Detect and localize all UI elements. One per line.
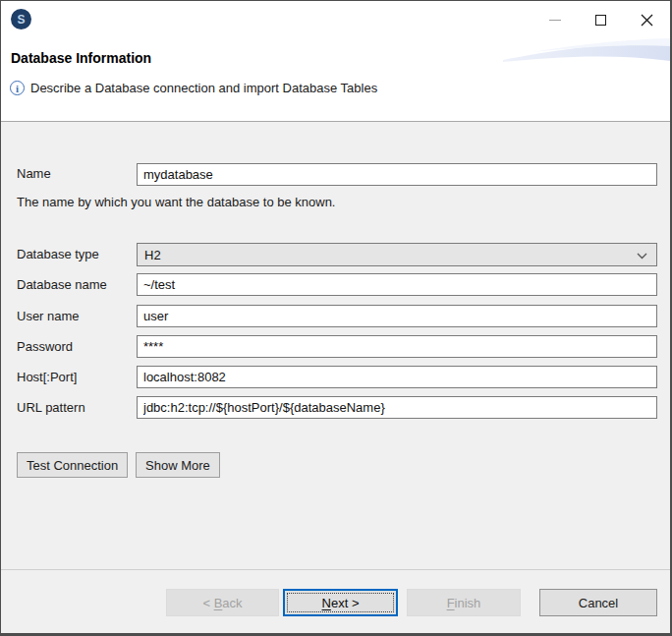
- database-type-select[interactable]: H2: [137, 243, 657, 266]
- user-name-label: User name: [17, 309, 80, 323]
- cancel-label: Cancel: [579, 596, 618, 610]
- wizard-banner: Database Information Describe a Database…: [1, 38, 670, 121]
- next-button[interactable]: Next >: [283, 589, 398, 616]
- show-more-button[interactable]: Show More: [136, 452, 220, 478]
- maximize-icon: [595, 15, 606, 26]
- banner-swoosh-decoration: [503, 38, 670, 66]
- password-input[interactable]: [137, 335, 657, 358]
- info-icon: [10, 81, 25, 95]
- password-label: Password: [17, 339, 73, 354]
- window-controls: [532, 1, 670, 38]
- database-type-value: H2: [144, 248, 161, 262]
- test-connection-button[interactable]: Test Connection: [17, 452, 128, 478]
- cancel-button[interactable]: Cancel: [539, 589, 657, 616]
- url-pattern-label: URL pattern: [17, 400, 85, 415]
- database-name-label: Database name: [17, 277, 107, 292]
- close-button[interactable]: [624, 1, 670, 38]
- finish-button[interactable]: Finish: [407, 589, 521, 616]
- page-title: Database Information: [11, 50, 151, 66]
- url-pattern-input[interactable]: [137, 396, 657, 419]
- database-name-input[interactable]: [137, 273, 657, 296]
- back-label: < Back: [202, 596, 242, 610]
- maximize-button[interactable]: [578, 1, 624, 38]
- form-area: Name The name by which you want the data…: [1, 122, 670, 569]
- app-logo-icon: S: [11, 9, 31, 29]
- name-label: Name: [17, 166, 51, 181]
- finish-label: Finish: [447, 596, 481, 610]
- minimize-button[interactable]: [532, 1, 578, 38]
- next-label: Next >: [322, 596, 360, 610]
- back-button[interactable]: < Back: [166, 589, 279, 616]
- header-message-row: Describe a Database connection and impor…: [10, 81, 377, 95]
- close-icon: [641, 14, 653, 27]
- chevron-down-icon: [637, 253, 647, 260]
- name-input[interactable]: [137, 163, 657, 186]
- host-port-input[interactable]: [137, 366, 657, 388]
- minimize-icon: [549, 20, 561, 21]
- host-port-label: Host[:Port]: [17, 370, 77, 384]
- database-information-dialog: S: [0, 0, 672, 636]
- database-type-label: Database type: [17, 247, 99, 261]
- header-message: Describe a Database connection and impor…: [30, 81, 377, 95]
- titlebar: S: [1, 1, 670, 38]
- user-name-input[interactable]: [137, 305, 657, 327]
- wizard-button-bar: < Back Next > Finish Cancel: [1, 570, 670, 633]
- name-help-text: The name by which you want the database …: [17, 195, 335, 209]
